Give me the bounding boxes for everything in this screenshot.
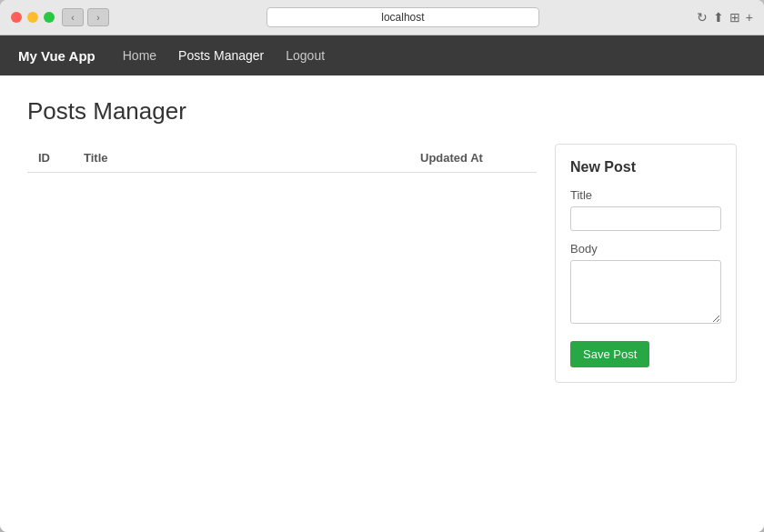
content-layout: ID Title Updated At New Post — [27, 144, 737, 383]
maximize-button[interactable] — [44, 12, 55, 23]
new-post-form: New Post Title Body Save Post — [555, 144, 737, 383]
navbar-nav: Home Posts Manager Logout — [114, 48, 334, 63]
main-content: Posts Manager ID Title Updated At — [0, 75, 764, 532]
app-wrapper: My Vue App Home Posts Manager Logout Pos… — [0, 35, 764, 532]
nav-link-logout[interactable]: Logout — [276, 43, 334, 68]
nav-link-home[interactable]: Home — [114, 43, 166, 68]
browser-chrome: ‹ › localhost ↻ ⬆ ⊞ + — [0, 0, 764, 35]
share-icon[interactable]: ⬆ — [713, 10, 724, 25]
save-post-button[interactable]: Save Post — [570, 341, 649, 367]
title-input[interactable] — [570, 206, 721, 231]
title-label: Title — [570, 188, 721, 202]
nav-item-logout: Logout — [276, 48, 334, 63]
add-tab-icon[interactable]: + — [746, 10, 753, 25]
page-title: Posts Manager — [27, 97, 737, 125]
tab-icon[interactable]: ⊞ — [729, 10, 740, 25]
url-bar-container: localhost — [116, 7, 689, 27]
body-textarea[interactable] — [570, 260, 721, 324]
nav-item-home: Home — [114, 48, 166, 63]
form-title: New Post — [570, 159, 721, 176]
navbar-brand: My Vue App — [18, 48, 96, 64]
table-header: ID Title Updated At — [27, 144, 537, 173]
nav-item-posts-manager: Posts Manager — [169, 48, 273, 63]
table-header-row: ID Title Updated At — [27, 144, 537, 173]
title-form-group: Title — [570, 188, 721, 231]
traffic-lights — [11, 12, 55, 23]
browser-actions: ↻ ⬆ ⊞ + — [697, 10, 753, 25]
column-title: Title — [73, 144, 409, 173]
back-button[interactable]: ‹ — [62, 8, 84, 26]
nav-link-posts-manager[interactable]: Posts Manager — [169, 43, 273, 68]
forward-button[interactable]: › — [87, 8, 109, 26]
browser-titlebar: ‹ › localhost ↻ ⬆ ⊞ + — [0, 0, 764, 35]
close-button[interactable] — [11, 12, 22, 23]
body-form-group: Body — [570, 242, 721, 326]
refresh-icon[interactable]: ↻ — [697, 10, 708, 25]
minimize-button[interactable] — [27, 12, 38, 23]
posts-table-container: ID Title Updated At — [27, 144, 537, 383]
url-bar[interactable]: localhost — [266, 7, 539, 27]
column-updated-at: Updated At — [409, 144, 537, 173]
browser-window: ‹ › localhost ↻ ⬆ ⊞ + My Vue App Home — [0, 0, 764, 532]
column-id: ID — [27, 144, 73, 173]
navbar: My Vue App Home Posts Manager Logout — [0, 35, 764, 75]
posts-table: ID Title Updated At — [27, 144, 537, 173]
body-label: Body — [570, 242, 721, 256]
browser-nav: ‹ › — [62, 8, 109, 26]
